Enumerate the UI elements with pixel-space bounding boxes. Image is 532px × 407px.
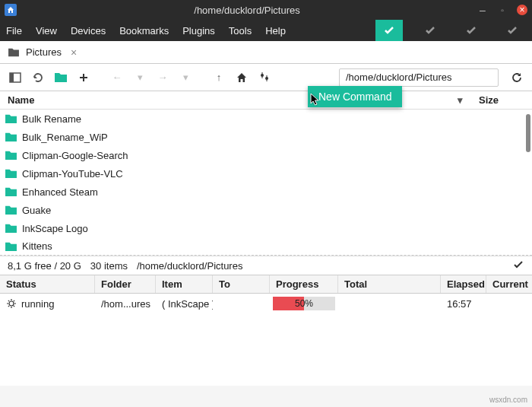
svg-point-4 <box>9 301 14 306</box>
file-name: Kittens <box>22 240 52 252</box>
task-headers: Status Folder Item To Progress Total Ela… <box>0 275 532 294</box>
add-icon[interactable] <box>74 68 93 87</box>
column-size[interactable]: Size <box>479 94 524 106</box>
tab-close-icon[interactable]: × <box>71 46 77 59</box>
check-button-4[interactable] <box>499 20 526 41</box>
check-button-3[interactable] <box>458 20 485 41</box>
check-button-active[interactable] <box>375 20 403 41</box>
refresh-icon[interactable] <box>508 68 526 87</box>
titlebar[interactable]: /home/ducklord/Pictures <box>0 0 532 20</box>
menu-file[interactable]: File <box>6 25 22 37</box>
panel-icon[interactable] <box>6 68 24 87</box>
task-status-text: running <box>21 298 54 310</box>
task-progress: 50% <box>270 297 338 310</box>
reload-icon[interactable] <box>29 68 47 87</box>
th-current[interactable]: Current <box>486 275 528 293</box>
list-item[interactable]: Clipman-Google-Search <box>0 146 532 164</box>
forward-dropdown-icon[interactable]: ▾ <box>176 68 195 87</box>
list-item[interactable]: Clipman-YouTube-VLC <box>0 164 532 183</box>
back-dropdown-icon[interactable]: ▾ <box>131 68 149 87</box>
menu-plugins[interactable]: Plugins <box>182 25 215 37</box>
folder-icon <box>5 168 17 179</box>
list-item[interactable]: Guake <box>0 201 532 219</box>
task-elapsed: 16:57 <box>441 298 486 310</box>
file-name: Guake <box>22 205 51 216</box>
tab-label[interactable]: Pictures <box>26 46 62 58</box>
folder-icon <box>5 113 17 124</box>
th-to[interactable]: To <box>213 275 270 293</box>
column-menu-icon[interactable]: ▾ <box>458 94 470 106</box>
task-item: ( InkScape ) <box>156 298 213 310</box>
file-name: Bulk_Rename_WiP <box>22 132 108 143</box>
th-total[interactable]: Total <box>338 275 441 293</box>
file-name: Enhanced Steam <box>22 186 98 198</box>
folder-icon <box>5 132 17 142</box>
task-folder: /hom...ures <box>95 298 156 310</box>
menu-bookmarks[interactable]: Bookmarks <box>119 25 169 37</box>
column-headers: Name ▾ Size <box>0 91 532 110</box>
forward-icon[interactable]: → <box>154 68 172 87</box>
menu-new-command[interactable]: New Command <box>318 91 391 103</box>
tabbar: Pictures × <box>0 41 532 64</box>
scrollbar[interactable] <box>526 114 530 152</box>
maximize-button[interactable] <box>497 5 508 15</box>
disk-free: 8,1 G free / 20 G <box>8 260 81 272</box>
folder-icon <box>5 241 17 252</box>
list-item[interactable]: Kittens <box>0 237 532 256</box>
statusbar: 8,1 G free / 20 G 30 items /home/ducklor… <box>0 256 532 275</box>
file-name: Bulk Rename <box>22 113 81 125</box>
menu-view[interactable]: View <box>36 25 57 37</box>
window-controls <box>477 5 527 15</box>
folder-icon <box>5 223 17 234</box>
folder-icon <box>5 186 17 197</box>
minimize-button[interactable] <box>477 5 488 15</box>
path-input[interactable]: /home/ducklord/Pictures <box>339 68 499 87</box>
close-button[interactable] <box>517 5 527 15</box>
list-item[interactable]: InkScape Logo <box>0 219 532 237</box>
progress-label: 50% <box>295 298 313 309</box>
context-menu: New Command <box>308 86 402 107</box>
folder-icon <box>5 150 17 161</box>
status-check-icon <box>512 259 524 273</box>
th-item[interactable]: Item <box>156 275 213 293</box>
file-name: Clipman-YouTube-VLC <box>22 168 123 180</box>
menu-devices[interactable]: Devices <box>71 25 106 37</box>
th-elapsed[interactable]: Elapsed <box>441 275 486 293</box>
task-status: running <box>0 298 95 310</box>
task-row[interactable]: running /hom...ures ( InkScape ) 50% 16:… <box>0 294 532 313</box>
list-item[interactable]: Bulk_Rename_WiP <box>0 128 532 146</box>
task-area <box>0 313 532 386</box>
cursor-icon <box>310 93 321 108</box>
folder-icon <box>5 205 17 215</box>
list-item[interactable]: Enhanced Steam <box>0 183 532 201</box>
status-path: /home/ducklord/Pictures <box>137 260 242 272</box>
app-icon <box>5 4 17 16</box>
menu-tools[interactable]: Tools <box>229 25 252 37</box>
home-icon[interactable] <box>233 68 251 87</box>
file-name: InkScape Logo <box>22 223 88 234</box>
gear-icon <box>6 298 17 309</box>
th-progress[interactable]: Progress <box>270 275 338 293</box>
path-text: /home/ducklord/Pictures <box>346 72 451 83</box>
th-folder[interactable]: Folder <box>95 275 156 293</box>
toolbar: ← ▾ → ▾ ↑ /home/ducklord/Pictures <box>0 64 532 91</box>
folder-icon <box>8 47 20 57</box>
file-list: Bulk Rename Bulk_Rename_WiP Clipman-Goog… <box>0 110 532 256</box>
settings-icon[interactable] <box>255 68 274 87</box>
item-count: 30 items <box>90 260 128 272</box>
menubar: File View Devices Bookmarks Plugins Tool… <box>0 20 532 41</box>
svg-rect-1 <box>10 73 14 82</box>
file-name: Clipman-Google-Search <box>22 150 128 161</box>
menu-help[interactable]: Help <box>265 25 286 37</box>
check-button-2[interactable] <box>416 20 444 41</box>
th-status[interactable]: Status <box>0 275 95 293</box>
watermark: wsxdn.com <box>489 396 527 404</box>
up-icon[interactable]: ↑ <box>210 68 228 87</box>
open-folder-icon[interactable] <box>52 68 70 87</box>
window-title: /home/ducklord/Pictures <box>17 5 477 16</box>
list-item[interactable]: Bulk Rename <box>0 110 532 128</box>
back-icon[interactable]: ← <box>108 68 126 87</box>
